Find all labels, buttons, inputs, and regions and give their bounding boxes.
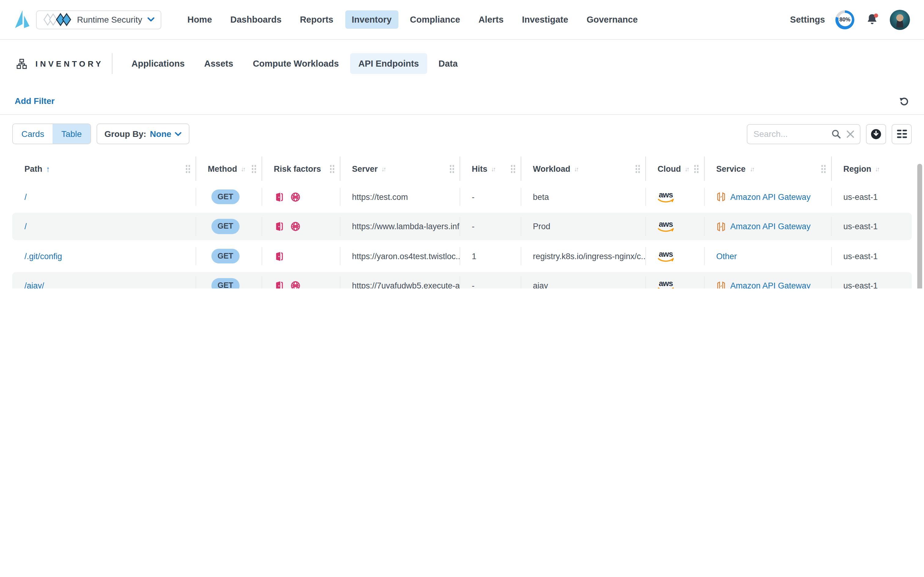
filter-bar: Add Filter <box>0 87 924 115</box>
add-filter-button[interactable]: Add Filter <box>14 96 55 106</box>
api-gateway-icon <box>716 281 726 288</box>
user-avatar[interactable] <box>890 10 910 30</box>
chevron-down-icon <box>147 17 154 22</box>
table-row[interactable]: /.git/configGEThttps://yaron.os4test.twi… <box>12 242 912 270</box>
tab-compute-workloads[interactable]: Compute Workloads <box>245 53 346 74</box>
column-drag-handle[interactable] <box>694 164 699 173</box>
group-by-label: Group By: <box>105 129 146 139</box>
sort-icon: ↓↑ <box>685 165 688 172</box>
service-link[interactable]: Amazon API Gateway <box>730 222 811 231</box>
vertical-scrollbar-thumb[interactable] <box>917 164 922 288</box>
unauthenticated-door-icon[interactable] <box>274 192 284 202</box>
main-nav: Home Dashboards Reports Inventory Compli… <box>180 10 644 29</box>
nav-item-reports[interactable]: Reports <box>293 10 340 29</box>
column-drag-handle[interactable] <box>635 164 641 173</box>
table-toolbar: Cards Table Group By: None <box>12 124 912 144</box>
column-header-cloud[interactable]: Cloud ↓↑ <box>646 156 704 181</box>
group-by-dropdown[interactable]: Group By: None <box>97 124 190 144</box>
column-header-path[interactable]: Path ↑ <box>12 156 196 181</box>
cards-view-button[interactable]: Cards <box>13 124 53 143</box>
reset-filters-button[interactable] <box>899 96 910 106</box>
top-navbar: Runtime Security Home Dashboards Reports… <box>0 0 924 40</box>
aws-icon: aws <box>658 190 674 203</box>
table-row[interactable]: /GEThttps://test.com-betaawsAmazon API G… <box>12 183 912 211</box>
table-row[interactable]: /ajay/GEThttps://7uvafudwb5.execute-a...… <box>12 272 912 288</box>
table-header: Path ↑ Method ↓↑ Risk factors Server ↓↑ … <box>12 156 912 181</box>
column-header-workload[interactable]: Workload ↓↑ <box>521 156 646 181</box>
nav-item-inventory[interactable]: Inventory <box>345 10 398 29</box>
column-header-region[interactable]: Region ↓↑ <box>831 156 912 181</box>
risk-factors-cell <box>262 242 340 270</box>
internet-exposed-globe-icon[interactable] <box>290 192 301 202</box>
column-header-service[interactable]: Service ↓↑ <box>704 156 831 181</box>
unauthenticated-door-icon[interactable] <box>274 221 284 232</box>
method-badge: GET <box>211 190 239 205</box>
nav-item-investigate[interactable]: Investigate <box>515 10 575 29</box>
download-button[interactable] <box>866 124 886 144</box>
column-settings-icon <box>896 129 907 139</box>
unauthenticated-door-icon[interactable] <box>274 251 284 261</box>
column-drag-handle[interactable] <box>821 164 826 173</box>
clear-search-icon[interactable] <box>846 129 855 139</box>
tab-data[interactable]: Data <box>431 53 466 74</box>
path-link[interactable]: / <box>24 222 27 231</box>
server-cell: https://www.lambda-layers.info <box>340 213 460 240</box>
column-drag-handle[interactable] <box>510 164 516 173</box>
notification-dot <box>874 13 878 18</box>
path-link[interactable]: /ajay/ <box>24 281 44 288</box>
column-drag-handle[interactable] <box>449 164 455 173</box>
method-badge: GET <box>211 249 239 264</box>
table-row[interactable]: /GEThttps://www.lambda-layers.info-Proda… <box>12 213 912 240</box>
settings-button[interactable]: Settings <box>790 15 825 24</box>
inventory-section-icon <box>16 58 27 69</box>
service-link[interactable]: Amazon API Gateway <box>730 281 811 288</box>
aws-icon: aws <box>658 220 674 233</box>
server-cell: https://yaron.os4test.twistloc... <box>340 242 460 270</box>
path-cell: /ajay/ <box>12 272 196 288</box>
table-view-button[interactable]: Table <box>53 124 90 143</box>
workload-cell: ajay <box>521 272 646 288</box>
column-header-hits[interactable]: Hits ↓↑ <box>460 156 521 181</box>
column-header-method[interactable]: Method ↓↑ <box>196 156 262 181</box>
hits-cell: - <box>460 183 521 211</box>
tab-api-endpoints[interactable]: API Endpoints <box>351 53 427 74</box>
unauthenticated-door-icon[interactable] <box>274 280 284 288</box>
chevron-down-icon <box>175 132 182 136</box>
service-cell: Amazon API Gateway <box>704 272 831 288</box>
sort-icon: ↓↑ <box>241 165 245 172</box>
service-link[interactable]: Other <box>716 251 737 261</box>
sort-icon: ↓↑ <box>875 165 879 172</box>
credits-percent-label: 80% <box>838 13 852 26</box>
sort-icon: ↓↑ <box>491 165 495 172</box>
column-settings-button[interactable] <box>892 124 912 144</box>
product-diamonds-icon <box>43 13 72 26</box>
column-drag-handle[interactable] <box>329 164 335 173</box>
nav-item-governance[interactable]: Governance <box>580 10 645 29</box>
notifications-button[interactable] <box>865 12 879 27</box>
search-icon[interactable] <box>831 129 842 139</box>
nav-item-alerts[interactable]: Alerts <box>472 10 510 29</box>
nav-item-home[interactable]: Home <box>180 10 219 29</box>
path-cell: / <box>12 213 196 240</box>
column-drag-handle[interactable] <box>185 164 191 173</box>
tab-assets[interactable]: Assets <box>196 53 241 74</box>
internet-exposed-globe-icon[interactable] <box>290 280 301 288</box>
column-header-server[interactable]: Server ↓↑ <box>340 156 460 181</box>
service-cell: Amazon API Gateway <box>704 213 831 240</box>
tab-applications[interactable]: Applications <box>124 53 193 74</box>
nav-item-dashboards[interactable]: Dashboards <box>224 10 288 29</box>
method-cell: GET <box>196 183 262 211</box>
path-link[interactable]: / <box>24 192 27 201</box>
path-link[interactable]: /.git/config <box>24 251 62 261</box>
credits-progress-ring[interactable]: 80% <box>835 10 854 29</box>
internet-exposed-globe-icon[interactable] <box>290 221 301 232</box>
service-link[interactable]: Amazon API Gateway <box>730 192 811 201</box>
column-header-risk-factors[interactable]: Risk factors <box>262 156 340 181</box>
nav-item-compliance[interactable]: Compliance <box>403 10 467 29</box>
column-drag-handle[interactable] <box>251 164 257 173</box>
product-switcher[interactable]: Runtime Security <box>36 10 161 29</box>
api-gateway-icon <box>716 222 726 231</box>
view-toggle: Cards Table <box>12 124 91 144</box>
search-input[interactable] <box>752 128 831 139</box>
risk-factors-cell <box>262 272 340 288</box>
